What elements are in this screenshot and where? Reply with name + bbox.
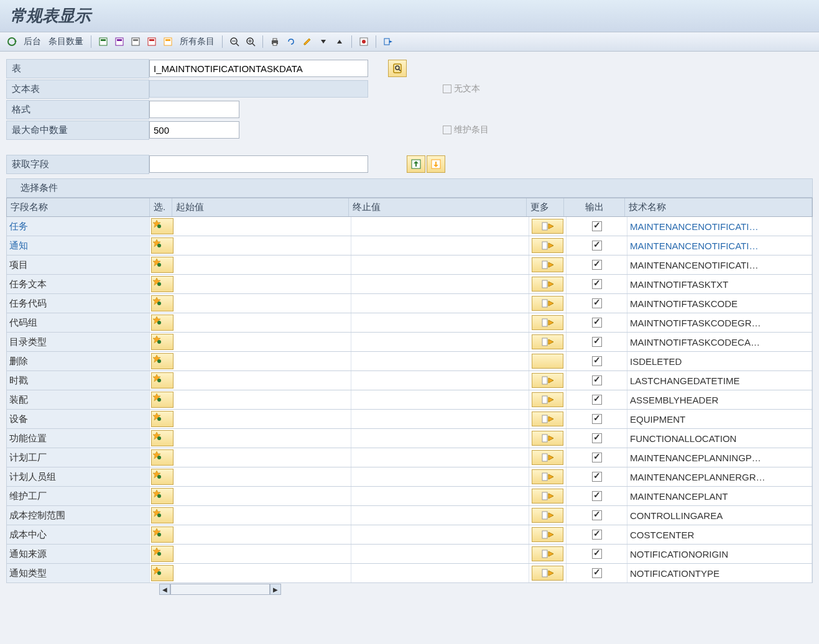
start-value-input[interactable] (177, 374, 348, 387)
back-button[interactable]: 后台 (21, 36, 44, 47)
start-value-input[interactable] (177, 220, 348, 232)
output-checkbox[interactable] (592, 433, 602, 443)
end-value-input[interactable] (354, 567, 526, 579)
more-options-button[interactable] (532, 392, 563, 407)
max-hits-input[interactable] (149, 121, 239, 139)
end-value-cell[interactable] (351, 564, 529, 582)
output-checkbox[interactable] (592, 530, 602, 540)
end-value-input[interactable] (354, 432, 526, 444)
select-option-button[interactable] (151, 372, 174, 389)
output-checkbox[interactable] (592, 318, 602, 328)
start-value-cell[interactable] (175, 390, 351, 409)
end-value-input[interactable] (354, 316, 526, 329)
output-checkbox[interactable] (592, 298, 602, 308)
start-value-input[interactable] (177, 490, 348, 502)
start-value-input[interactable] (177, 413, 348, 425)
start-value-cell[interactable] (175, 429, 351, 448)
end-value-cell[interactable] (351, 275, 529, 293)
end-value-cell[interactable] (351, 333, 529, 351)
start-value-input[interactable] (177, 528, 348, 541)
start-value-cell[interactable] (175, 410, 351, 428)
select-option-button[interactable] (151, 276, 174, 292)
end-value-input[interactable] (354, 393, 526, 406)
more-options-button[interactable] (532, 219, 563, 234)
more-options-button[interactable] (532, 296, 563, 311)
export-icon-3[interactable] (129, 35, 142, 48)
end-value-cell[interactable] (351, 525, 529, 544)
print-icon[interactable] (268, 35, 282, 48)
output-checkbox[interactable] (592, 221, 602, 231)
start-value-cell[interactable] (175, 294, 351, 313)
start-value-cell[interactable] (175, 236, 351, 255)
scroll-track[interactable] (170, 584, 270, 595)
refresh-icon[interactable] (5, 35, 19, 48)
end-value-input[interactable] (354, 355, 526, 367)
export-icon-5[interactable] (161, 35, 175, 48)
start-value-input[interactable] (177, 393, 348, 406)
end-value-cell[interactable] (351, 390, 529, 409)
start-value-input[interactable] (177, 297, 348, 310)
link-icon[interactable] (284, 35, 298, 48)
start-value-cell[interactable] (175, 525, 351, 544)
horizontal-scrollbar[interactable]: ◀ ▶ (6, 583, 813, 596)
start-value-input[interactable] (177, 567, 348, 579)
more-options-button[interactable] (532, 469, 563, 484)
pattern-input[interactable] (149, 101, 239, 118)
select-option-button[interactable] (151, 469, 174, 485)
more-options-button[interactable] (532, 373, 563, 388)
start-value-cell[interactable] (175, 352, 351, 370)
end-value-input[interactable] (354, 548, 526, 560)
more-options-button[interactable] (532, 508, 563, 523)
output-checkbox[interactable] (592, 375, 602, 385)
end-value-input[interactable] (354, 413, 526, 425)
select-option-button[interactable] (151, 507, 174, 523)
exit-icon[interactable] (381, 35, 395, 48)
end-value-cell[interactable] (351, 448, 529, 467)
more-options-button[interactable] (532, 546, 563, 561)
start-value-input[interactable] (177, 259, 348, 271)
end-value-cell[interactable] (351, 487, 529, 505)
scroll-right-icon[interactable]: ▶ (270, 584, 281, 595)
settings-icon[interactable] (357, 35, 371, 48)
scroll-left-icon[interactable]: ◀ (159, 584, 170, 595)
end-value-input[interactable] (354, 471, 526, 483)
select-option-button[interactable] (151, 449, 174, 466)
end-value-input[interactable] (354, 278, 526, 290)
select-option-button[interactable] (151, 565, 174, 581)
start-value-cell[interactable] (175, 545, 351, 563)
output-checkbox[interactable] (592, 279, 602, 289)
zoom-in-icon[interactable] (244, 35, 257, 48)
edit-icon[interactable] (300, 35, 314, 48)
select-option-button[interactable] (151, 430, 174, 446)
start-value-input[interactable] (177, 239, 348, 252)
end-value-input[interactable] (354, 451, 526, 464)
select-option-button[interactable] (151, 295, 174, 311)
export-icon-4[interactable] (145, 35, 159, 48)
start-value-input[interactable] (177, 548, 348, 560)
more-options-button[interactable] (532, 566, 563, 581)
end-value-input[interactable] (354, 259, 526, 271)
select-option-button[interactable] (151, 411, 174, 427)
zoom-out-icon[interactable] (228, 35, 241, 48)
select-option-button[interactable] (151, 527, 174, 543)
output-checkbox[interactable] (592, 568, 602, 578)
start-value-cell[interactable] (175, 371, 351, 390)
start-value-cell[interactable] (175, 467, 351, 486)
start-value-cell[interactable] (175, 313, 351, 332)
end-value-input[interactable] (354, 239, 526, 252)
start-value-input[interactable] (177, 278, 348, 290)
fetch-fields-input[interactable] (149, 155, 368, 173)
output-checkbox[interactable] (592, 453, 602, 462)
more-options-button[interactable] (532, 238, 563, 253)
more-options-button[interactable] (532, 354, 563, 369)
start-value-input[interactable] (177, 471, 348, 483)
more-options-button[interactable] (532, 334, 563, 349)
table-input[interactable] (149, 60, 368, 77)
down-arrow-icon[interactable] (317, 35, 330, 48)
output-checkbox[interactable] (592, 395, 602, 405)
output-checkbox[interactable] (592, 491, 602, 501)
start-value-input[interactable] (177, 355, 348, 367)
start-value-cell[interactable] (175, 275, 351, 293)
output-checkbox[interactable] (592, 337, 602, 347)
end-value-cell[interactable] (351, 467, 529, 486)
